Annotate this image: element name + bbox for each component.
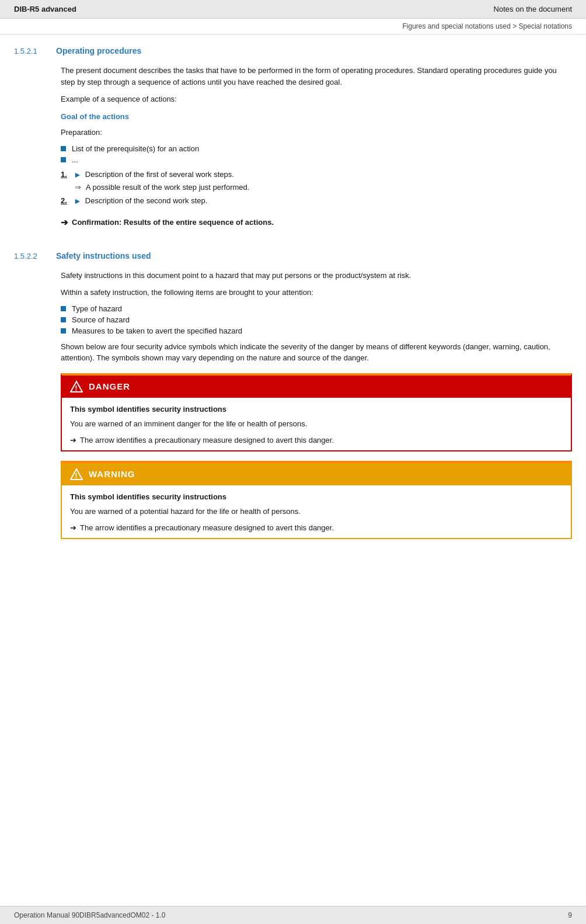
section-number-1522: 1.5.2.2 bbox=[14, 252, 49, 260]
warning-content: This symbol identifies security instruct… bbox=[62, 485, 571, 538]
danger-content: This symbol identifies security instruct… bbox=[62, 398, 571, 450]
main-content: 1.5.2.1 Operating procedures The present… bbox=[0, 34, 586, 598]
section-content-1521: The present document describes the tasks… bbox=[61, 65, 572, 228]
goal-heading: Goal of the actions bbox=[61, 111, 572, 123]
section-content-1522: Safety instructions in this document poi… bbox=[61, 270, 572, 539]
confirmation-text: Confirmation: Results of the entire sequ… bbox=[72, 218, 274, 227]
section-title-1522: Safety instructions used bbox=[56, 251, 151, 260]
warning-box: ! WARNING This symbol identifies securit… bbox=[61, 461, 572, 539]
section-1522: 1.5.2.2 Safety instructions used Safety … bbox=[14, 251, 572, 539]
list-item: Measures to be taken to avert the specif… bbox=[61, 326, 572, 335]
section-heading-1521: 1.5.2.1 Operating procedures bbox=[14, 46, 572, 55]
preparation-label: Preparation: bbox=[61, 127, 572, 138]
bullet-icon bbox=[61, 306, 66, 311]
list-item-text: Source of hazard bbox=[72, 315, 130, 324]
para-1521-1: The present document describes the tasks… bbox=[61, 65, 572, 88]
prerequisite-list: List of the prerequisite(s) for an actio… bbox=[61, 144, 572, 164]
header-right: Notes on the document bbox=[494, 5, 572, 13]
result-1: ⇒ A possible result of the work step jus… bbox=[75, 183, 572, 192]
danger-body: You are warned of an imminent danger for… bbox=[70, 418, 563, 430]
warning-header: ! WARNING bbox=[62, 463, 571, 485]
svg-text:!: ! bbox=[75, 384, 78, 392]
closing-para: Shown below are four security advice sym… bbox=[61, 341, 572, 364]
para-1522-1: Safety instructions in this document poi… bbox=[61, 270, 572, 282]
result-arrow-icon: ⇒ bbox=[75, 183, 81, 192]
warning-arrow-text: The arrow identifies a precautionary mea… bbox=[80, 523, 334, 532]
bullet-icon bbox=[61, 317, 66, 322]
warning-triangle-icon: ! bbox=[70, 468, 83, 481]
list-item: Type of hazard bbox=[61, 304, 572, 313]
danger-header: ! DANGER bbox=[62, 376, 571, 398]
warning-result-arrow: ➔ bbox=[70, 523, 76, 532]
danger-result-arrow: ➔ bbox=[70, 436, 76, 444]
step-1: 1. ► Description of the first of several… bbox=[61, 170, 572, 179]
bullet-icon bbox=[61, 157, 66, 162]
para-1522-2: Within a safety instruction, the followi… bbox=[61, 287, 572, 298]
header-left: DIB-R5 advanced bbox=[14, 5, 76, 13]
footer-bar: Operation Manual 90DIBR5advancedOM02 - 1… bbox=[0, 906, 586, 924]
step-number-2: 2. bbox=[61, 196, 70, 205]
step-arrow-icon-1: ► bbox=[74, 170, 82, 179]
list-item-text: ... bbox=[72, 155, 78, 164]
danger-box: ! DANGER This symbol identifies security… bbox=[61, 373, 572, 451]
danger-arrow-text: The arrow identifies a precautionary mea… bbox=[80, 436, 334, 444]
result-text-1: A possible result of the work step just … bbox=[86, 183, 249, 192]
section-1521: 1.5.2.1 Operating procedures The present… bbox=[14, 46, 572, 228]
step-arrow-icon-2: ► bbox=[74, 196, 82, 206]
confirmation-arrow-icon: ➔ bbox=[61, 217, 68, 228]
step-text-1: Description of the first of several work… bbox=[85, 170, 572, 179]
warning-bold-text: This symbol identifies security instruct… bbox=[70, 491, 563, 503]
list-item: ... bbox=[61, 155, 572, 164]
step-2: 2. ► Description of the second work step… bbox=[61, 196, 572, 206]
danger-bold-text: This symbol identifies security instruct… bbox=[70, 404, 563, 415]
warning-body: You are warned of a potential hazard for… bbox=[70, 506, 563, 517]
confirmation-line: ➔ Confirmation: Results of the entire se… bbox=[61, 217, 572, 228]
footer-left: Operation Manual 90DIBR5advancedOM02 - 1… bbox=[14, 911, 165, 919]
header-bar: DIB-R5 advanced Notes on the document bbox=[0, 0, 586, 19]
list-item: List of the prerequisite(s) for an actio… bbox=[61, 144, 572, 153]
warning-arrow-line: ➔ The arrow identifies a precautionary m… bbox=[70, 523, 563, 532]
danger-label: DANGER bbox=[89, 381, 130, 391]
section-title-1521: Operating procedures bbox=[56, 46, 141, 55]
danger-triangle-icon: ! bbox=[70, 380, 83, 393]
list-item-text: Type of hazard bbox=[72, 304, 122, 313]
list-item: Source of hazard bbox=[61, 315, 572, 324]
section-number-1521: 1.5.2.1 bbox=[14, 47, 49, 55]
list-item-text: List of the prerequisite(s) for an actio… bbox=[72, 144, 199, 153]
list-item-text: Measures to be taken to avert the specif… bbox=[72, 326, 242, 335]
section-heading-1522: 1.5.2.2 Safety instructions used bbox=[14, 251, 572, 260]
svg-text:!: ! bbox=[75, 472, 78, 480]
breadcrumb: Figures and special notations used > Spe… bbox=[0, 19, 586, 34]
warning-label: WARNING bbox=[89, 469, 135, 479]
bullet-icon bbox=[61, 146, 66, 151]
danger-arrow-line: ➔ The arrow identifies a precautionary m… bbox=[70, 436, 563, 444]
safety-bullet-list: Type of hazard Source of hazard Measures… bbox=[61, 304, 572, 335]
bullet-icon bbox=[61, 328, 66, 334]
para-1521-2: Example of a sequence of actions: bbox=[61, 93, 572, 105]
step-number-1: 1. bbox=[61, 170, 70, 179]
footer-right: 9 bbox=[568, 911, 572, 919]
step-text-2: Description of the second work step. bbox=[85, 196, 572, 205]
